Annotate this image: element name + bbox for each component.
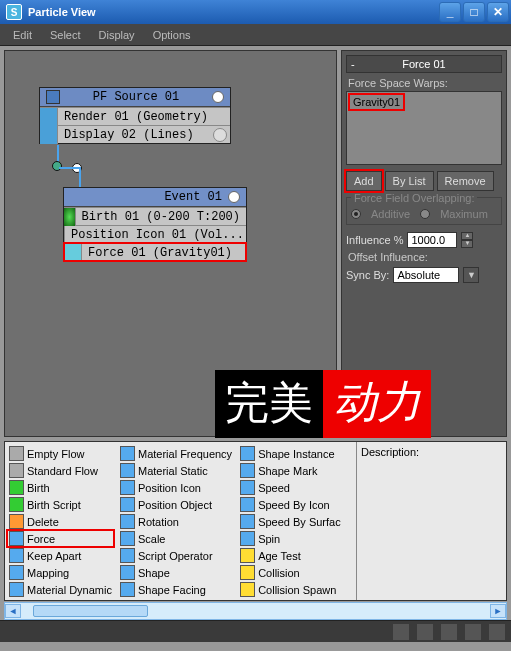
op-shape-instance[interactable]: Shape Instance [238, 445, 343, 462]
op-delete[interactable]: Delete [7, 513, 114, 530]
pan-icon[interactable] [393, 624, 409, 640]
menu-select[interactable]: Select [41, 29, 90, 41]
bulb-icon[interactable] [228, 191, 240, 203]
test-icon [240, 548, 255, 563]
op-speed-by-icon[interactable]: Speed By Icon [238, 496, 343, 513]
menu-edit[interactable]: Edit [4, 29, 41, 41]
position-icon [120, 480, 135, 495]
op-collision-spawn[interactable]: Collision Spawn [238, 581, 343, 598]
radio-maximum[interactable] [420, 209, 430, 219]
op-shape-mark[interactable]: Shape Mark [238, 462, 343, 479]
op-spin[interactable]: Spin [238, 530, 343, 547]
sync-label: Sync By: [346, 269, 389, 281]
menu-display[interactable]: Display [90, 29, 144, 41]
op-keep-apart[interactable]: Keep Apart [7, 547, 114, 564]
op-collision[interactable]: Collision [238, 564, 343, 581]
rotation-icon [120, 514, 135, 529]
node-event[interactable]: Event 01 Birth 01 (0-200 T:200) Position… [63, 187, 247, 262]
panel-header[interactable]: - Force 01 [346, 55, 502, 73]
wire-node-out[interactable] [52, 161, 62, 171]
description-label: Description: [361, 446, 502, 458]
shape-icon [120, 565, 135, 580]
bulb-icon[interactable] [212, 91, 224, 103]
op-empty-flow[interactable]: Empty Flow [7, 445, 114, 462]
zoom-region-icon[interactable] [441, 624, 457, 640]
title-bar: S Particle View _ □ ✕ [0, 0, 511, 24]
op-birth-script[interactable]: Birth Script [7, 496, 114, 513]
close-button[interactable]: ✕ [487, 2, 509, 22]
force-icon [64, 244, 82, 262]
spacewarp-item[interactable]: Gravity01 [350, 95, 403, 109]
op-material-static[interactable]: Material Static [118, 462, 234, 479]
shape-icon [120, 582, 135, 597]
operator-depot: Empty Flow Standard Flow Birth Birth Scr… [4, 441, 507, 601]
node-row-position[interactable]: Position Icon 01 (Vol... [64, 225, 246, 243]
op-age-test[interactable]: Age Test [238, 547, 343, 564]
node-row-display[interactable]: Display 02 (Lines) [40, 125, 230, 143]
remove-button[interactable]: Remove [437, 171, 494, 191]
op-scale[interactable]: Scale [118, 530, 234, 547]
op-position-icon[interactable]: Position Icon [118, 479, 234, 496]
speed-icon [240, 514, 255, 529]
bylist-button[interactable]: By List [385, 171, 434, 191]
menu-options[interactable]: Options [144, 29, 200, 41]
sync-select[interactable]: Absolute [393, 267, 459, 283]
zoom-extents-icon[interactable] [465, 624, 481, 640]
op-position-object[interactable]: Position Object [118, 496, 234, 513]
scroll-right-arrow[interactable]: ► [490, 604, 506, 618]
position-icon [120, 497, 135, 512]
material-icon [120, 463, 135, 478]
node-row-birth[interactable]: Birth 01 (0-200 T:200) [64, 207, 246, 225]
menu-bar: Edit Select Display Options [0, 24, 511, 46]
test-icon [240, 565, 255, 580]
no-zoom-icon[interactable] [489, 624, 505, 640]
op-mapping[interactable]: Mapping [7, 564, 114, 581]
influence-spinner[interactable]: ▲▼ [461, 232, 473, 248]
shape-icon [240, 446, 255, 461]
overlap-fieldset: Force Field Overlapping: Additive Maximu… [346, 197, 502, 225]
op-script-operator[interactable]: Script Operator [118, 547, 234, 564]
wire-v2 [79, 167, 81, 189]
scale-icon [120, 531, 135, 546]
wire-h [59, 167, 81, 169]
spacewarps-label: Force Space Warps: [348, 77, 502, 89]
display-dot[interactable] [213, 128, 227, 142]
node-row-force[interactable]: Force 01 (Gravity01) [64, 243, 246, 261]
op-shape-facing[interactable]: Shape Facing [118, 581, 234, 598]
node-title-event[interactable]: Event 01 [64, 188, 246, 207]
op-material-dynamic[interactable]: Material Dynamic [7, 581, 114, 598]
op-speed-by-surface[interactable]: Speed By Surfac [238, 513, 343, 530]
zoom-icon[interactable] [417, 624, 433, 640]
op-standard-flow[interactable]: Standard Flow [7, 462, 114, 479]
horizontal-scrollbar[interactable]: ◄ ► [4, 602, 507, 620]
scroll-thumb[interactable] [33, 605, 148, 617]
op-birth[interactable]: Birth [7, 479, 114, 496]
maximize-button[interactable]: □ [463, 2, 485, 22]
scroll-left-arrow[interactable]: ◄ [5, 604, 21, 618]
description-panel: Description: [356, 442, 506, 600]
sync-dropdown-arrow[interactable]: ▼ [463, 267, 479, 283]
node-row-render[interactable]: Render 01 (Geometry) [40, 107, 230, 125]
display-icon [40, 126, 58, 144]
minimize-button[interactable]: _ [439, 2, 461, 22]
force-icon [9, 531, 24, 546]
node-pf-source[interactable]: PF Source 01 Render 01 (Geometry) Displa… [39, 87, 231, 144]
influence-input[interactable]: 1000.0 [407, 232, 457, 248]
node-title-pf-source[interactable]: PF Source 01 [40, 88, 230, 107]
op-rotation[interactable]: Rotation [118, 513, 234, 530]
mapping-icon [9, 565, 24, 580]
add-button[interactable]: Add [346, 171, 382, 191]
speed-icon [240, 480, 255, 495]
birth-icon [64, 208, 76, 226]
radio-additive[interactable] [351, 209, 361, 219]
spacewarps-list[interactable]: Gravity01 [346, 91, 502, 165]
flow-icon [9, 446, 24, 461]
op-speed[interactable]: Speed [238, 479, 343, 496]
op-shape[interactable]: Shape [118, 564, 234, 581]
depot-col-2: Material Frequency Material Static Posit… [116, 442, 236, 600]
collapse-icon[interactable]: - [351, 58, 355, 70]
op-material-frequency[interactable]: Material Frequency [118, 445, 234, 462]
test-icon [240, 582, 255, 597]
watermark: 完美 动力 [215, 370, 511, 438]
op-force[interactable]: Force [7, 530, 114, 547]
